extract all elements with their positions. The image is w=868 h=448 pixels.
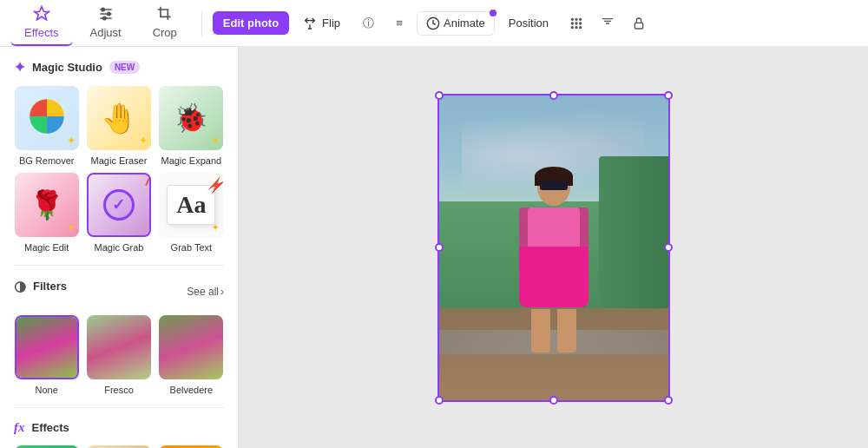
filter-none-label: None [36,385,58,395]
handle-top-middle[interactable] [549,91,558,100]
filters-header: ◑ Filters See all › [14,278,224,305]
svg-point-9 [580,23,582,24]
svg-rect-13 [635,23,642,29]
filter-lines-button[interactable] [594,10,621,37]
checkmark-circle: ✓ [103,189,135,221]
svg-point-0 [102,8,104,10]
effects-fx-icon: fx [14,420,25,435]
photo-image [439,96,668,400]
top-toolbar: Effects Adjust Crop Edit photo Flip ⓘ ≡ [0,0,868,47]
magic-grab-thumb: ✓ ↗ [87,173,151,237]
animate-dot [490,10,496,16]
edit-photo-button[interactable]: Edit photo [213,11,289,35]
magic-edit-label: Magic Edit [24,242,69,253]
bg-remover-item[interactable]: ✦ BG Remover [14,86,79,166]
tab-adjust[interactable]: Adjust [76,0,135,46]
handle-top-left[interactable] [435,91,444,100]
handle-top-right[interactable] [664,91,673,100]
person-skirt [519,247,589,307]
svg-point-8 [575,23,577,24]
magic-grab-item[interactable]: ✓ ↗ Magic Grab [86,173,151,253]
new-badge: NEW [109,61,140,74]
person-body [519,208,589,247]
grab-text-item[interactable]: Aa ✦ Grab Text [159,173,224,253]
magic-expand-thumb: 🐞 ✦ [159,86,223,150]
sidebar: ✦ Magic Studio NEW [0,47,239,448]
magic-edit-thumb: 🌹 ✦ [15,173,79,237]
filters-title: ◑ Filters [14,278,67,294]
see-all-filters[interactable]: See all › [187,286,224,298]
magic-studio-section: ✦ Magic Studio NEW [0,47,238,265]
info-button[interactable]: ⓘ [354,10,382,37]
filter-belvedere-label: Belvedere [170,385,214,395]
tab-effects[interactable]: Effects [10,0,73,46]
svg-point-1 [107,12,109,15]
svg-point-7 [571,23,573,24]
chevron-right-icon: › [220,286,224,298]
animate-button[interactable]: Animate [417,11,495,36]
handle-bottom-right[interactable] [664,396,673,405]
flip-button[interactable]: Flip [293,11,351,36]
magic-edit-item[interactable]: 🌹 ✦ Magic Edit [14,173,79,253]
effects-title: fx Effects [14,420,224,435]
svg-point-5 [575,18,577,20]
filter-fresco-thumb [87,315,151,379]
filter-fresco-item[interactable]: Fresco [86,315,151,395]
effects-section: fx Effects ⚽ 🐕 [0,408,238,448]
aa-text: Aa [176,191,206,218]
main-content: ✦ Magic Studio NEW [0,47,868,448]
tab-crop[interactable]: Crop [139,0,191,46]
magic-studio-title: ✦ Magic Studio NEW [14,59,224,76]
handle-bottom-left[interactable] [435,396,444,405]
magic-eraser-thumb: 🤚 ✦ [87,86,151,150]
handle-middle-left[interactable] [435,243,444,252]
magic-expand-item[interactable]: 🐞 ✦ Magic Expand [159,86,224,166]
grab-text-label: Grab Text [171,242,213,253]
magic-expand-label: Magic Expand [161,155,221,166]
person-sunglasses [540,181,568,190]
dots-grid-button[interactable] [562,10,590,37]
sparkle-icon: ✦ [14,59,25,76]
handle-bottom-middle[interactable] [549,396,558,405]
filter-none-item[interactable]: None [14,315,79,395]
bg-remover-thumb: ✦ [15,86,79,150]
canvas-area [239,47,868,448]
photo-container[interactable] [437,94,670,402]
filter-fresco-label: Fresco [104,385,134,395]
svg-point-6 [580,18,582,20]
filters-grid: None Fresco Belvedere [14,315,224,395]
magic-studio-grid: ✦ BG Remover 🤚 ✦ Magic Eraser [14,86,224,253]
magic-grab-label: Magic Grab [95,242,144,253]
filter-none-thumb [15,315,79,379]
filter-icon: ◑ [14,278,26,294]
svg-point-2 [102,16,105,19]
magic-eraser-item[interactable]: 🤚 ✦ Magic Eraser [86,86,151,166]
svg-point-4 [571,18,573,20]
filters-section: ◑ Filters See all › None [0,266,238,407]
filter-belvedere-item[interactable]: Belvedere [159,315,224,395]
person-figure [502,169,606,369]
svg-point-11 [575,26,577,28]
magic-eraser-label: Magic Eraser [91,155,148,166]
person-legs [502,309,606,352]
position-button[interactable]: Position [498,11,559,35]
filter-belvedere-thumb [159,315,223,379]
person-leg-left [531,309,550,352]
person-leg-right [557,309,576,352]
handle-middle-right[interactable] [664,243,673,252]
svg-point-12 [580,26,582,28]
svg-point-10 [571,26,573,28]
lock-button[interactable] [625,10,653,37]
hamburger-button[interactable]: ≡ [385,10,413,37]
person-head [537,169,570,206]
grab-text-thumb: Aa ✦ [159,173,223,237]
person-jacket [519,208,589,255]
bg-remover-label: BG Remover [19,155,75,166]
divider-1 [201,10,202,36]
